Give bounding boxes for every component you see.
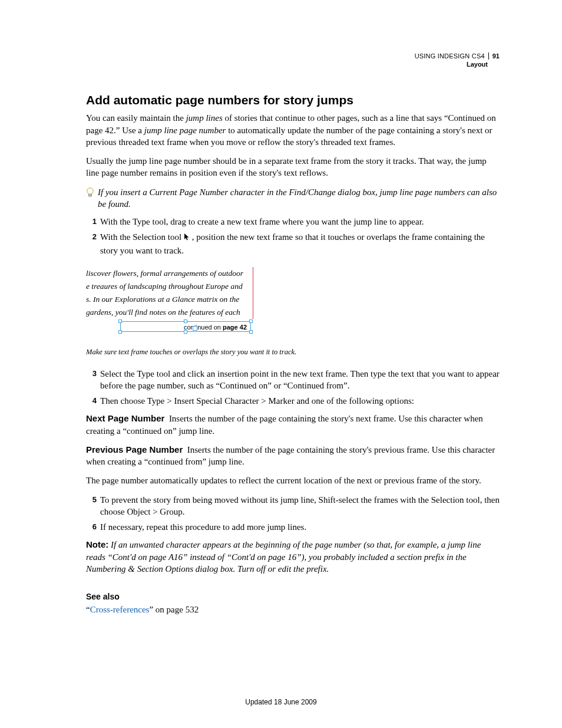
steps-list-a: 1 With the Type tool, drag to create a n… (86, 216, 500, 256)
step-4: 4 Then choose Type > Insert Special Char… (86, 395, 500, 407)
note-label: Note: (86, 539, 108, 549)
page: USING INDESIGN CS4 91 Layout Add automat… (0, 0, 562, 728)
section-name: Layout (415, 60, 488, 68)
intro-paragraph-2: Usually the jump line page number should… (86, 155, 500, 179)
term-jump-lines: jump lines (186, 113, 223, 123)
figure: liscover flowers, formal arrangements of… (86, 267, 500, 357)
after-defs: The page number automatically updates to… (86, 475, 500, 486)
steps-list-c: 5 To prevent the story from being moved … (86, 494, 500, 533)
frame-handle-icon (118, 319, 122, 323)
page-heading: Add automatic page numbers for story jum… (86, 92, 500, 108)
step-1: 1 With the Type tool, drag to create a n… (86, 216, 500, 228)
step-6: 6 If necessary, repeat this procedure to… (86, 521, 500, 533)
step-2: 2 With the Selection tool , position the… (86, 231, 500, 256)
footer-updated: Updated 18 June 2009 (0, 697, 562, 707)
header-divider (488, 52, 489, 60)
term-jump-line-page-number: jump line page number (144, 126, 226, 135)
frame-handle-icon (184, 330, 187, 334)
svg-point-0 (87, 187, 93, 193)
intro-paragraph-1: You can easily maintain the jump lines o… (86, 112, 500, 148)
def-next-page-number: Next Page Number Inserts the number of t… (86, 413, 500, 437)
selection-tool-icon (184, 233, 190, 243)
step-3: 3 Select the Type tool and click an inse… (86, 368, 500, 392)
note-block: Note: If an unwanted character appears a… (86, 539, 500, 575)
figure-canvas: liscover flowers, formal arrangements of… (86, 267, 253, 344)
step-5: 5 To prevent the story from being moved … (86, 494, 500, 518)
frame-handle-icon (249, 330, 253, 334)
see-also-item: “Cross-references” on page 532 (86, 604, 500, 615)
tip-block: If you insert a Current Page Number char… (86, 186, 500, 210)
page-number: 91 (492, 52, 500, 60)
jump-line-frame: continued on page 42 (118, 319, 253, 339)
figure-caption: Make sure text frame touches or overlaps… (86, 347, 500, 357)
story-text-frame: liscover flowers, formal arrangements of… (86, 267, 253, 319)
running-header: USING INDESIGN CS4 91 Layout (415, 52, 500, 69)
tip-text: If you insert a Current Page Number char… (98, 186, 500, 210)
def-previous-page-number: Previous Page Number Inserts the number … (86, 444, 500, 468)
content: Add automatic page numbers for story jum… (86, 92, 500, 615)
frame-handle-icon (184, 319, 187, 323)
frame-handle-icon (249, 319, 253, 323)
lightbulb-icon (86, 187, 95, 200)
frame-handle-icon (118, 330, 122, 334)
doc-title: USING INDESIGN CS4 (415, 52, 485, 60)
link-cross-references[interactable]: Cross-references (90, 605, 150, 614)
frame-inport-icon (193, 326, 197, 331)
steps-list-b: 3 Select the Type tool and click an inse… (86, 368, 500, 407)
see-also-heading: See also (86, 591, 500, 602)
